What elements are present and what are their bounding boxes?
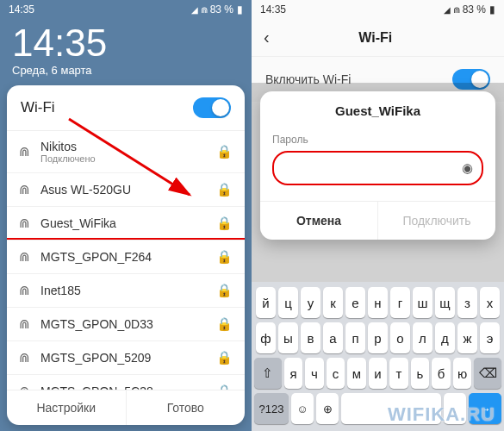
network-row[interactable]: ⋒Guest_WiFika🔒 <box>7 207 245 240</box>
password-dialog: Guest_WiFika Пароль ◉ Отмена Подключить <box>260 91 495 240</box>
key[interactable]: б <box>432 358 451 389</box>
wifi-card-title: Wi-Fi <box>21 99 55 116</box>
wifi-card-header: Wi-Fi <box>7 85 245 131</box>
left-phone-screen: 14:35 ◢ ⋒ 83 % ▮ 14:35 Среда, 6 марта Wi… <box>0 0 252 431</box>
done-button[interactable]: Готово <box>126 390 246 425</box>
signal-icon: ◢ <box>191 5 197 15</box>
shift-key[interactable]: ⇧ <box>254 358 282 389</box>
cancel-button[interactable]: Отмена <box>260 202 378 240</box>
key[interactable]: э <box>480 322 500 353</box>
lock-icon: 🔒 <box>216 316 233 332</box>
key[interactable]: е <box>345 287 365 318</box>
key[interactable]: в <box>301 322 320 353</box>
lock-icon: 🔒 <box>216 216 233 231</box>
key[interactable]: я <box>284 358 303 389</box>
key[interactable]: у <box>301 287 320 318</box>
password-field-wrap: ◉ <box>272 151 483 185</box>
key[interactable]: о <box>390 322 410 353</box>
network-list: ⋒NikitosПодключено🔒⋒Asus WL-520GU🔒⋒Guest… <box>7 131 245 390</box>
wifi-icon: ⋒ <box>19 249 30 265</box>
password-input[interactable] <box>279 156 458 180</box>
password-label: Пароль <box>272 134 483 146</box>
wifi-icon: ⋒ <box>19 283 30 298</box>
wifi-status-icon: ⋒ <box>201 5 207 15</box>
settings-button[interactable]: Настройки <box>7 390 126 425</box>
card-footer: Настройки Готово <box>7 390 245 425</box>
dialog-title: Guest_WiFika <box>272 103 483 118</box>
key[interactable]: п <box>345 322 365 353</box>
clock-date: Среда, 6 марта <box>12 64 240 77</box>
key[interactable]: ы <box>278 322 298 353</box>
status-time: 14:35 <box>9 3 34 16</box>
keyboard-row-3: ⇧ячсмитьбю⌫ <box>254 358 501 389</box>
wifi-icon: ⋒ <box>19 384 30 390</box>
wifi-status-icon: ⋒ <box>453 5 459 15</box>
lock-icon: 🔒 <box>216 182 233 197</box>
lock-icon: 🔒 <box>216 249 233 265</box>
network-row[interactable]: ⋒Asus WL-520GU🔒 <box>7 173 245 207</box>
key[interactable]: г <box>390 287 410 318</box>
key[interactable]: й <box>256 287 276 318</box>
page-title: Wi-Fi <box>277 30 475 46</box>
network-name: MGTS_GPON_0D33 <box>40 317 206 331</box>
key[interactable]: х <box>480 287 500 318</box>
clock-time: 14:35 <box>12 24 240 62</box>
status-time: 14:35 <box>260 3 286 16</box>
network-row[interactable]: ⋒MGTS_GPON_5209🔒 <box>7 341 245 375</box>
key[interactable]: ф <box>256 322 276 353</box>
lock-clock: 14:35 Среда, 6 марта <box>0 19 252 85</box>
battery-text: 83 % <box>210 3 233 16</box>
key[interactable]: ш <box>413 287 432 318</box>
network-row[interactable]: ⋒NikitosПодключено🔒 <box>7 131 245 173</box>
key[interactable]: р <box>368 322 388 353</box>
key[interactable]: а <box>323 322 343 353</box>
visibility-toggle-icon[interactable]: ◉ <box>458 160 476 176</box>
right-phone-screen: 14:35 ◢ ⋒ 83 % ▮ ‹ Wi-Fi Включить Wi-Fi … <box>252 0 504 431</box>
key[interactable]: н <box>368 287 388 318</box>
network-row[interactable]: ⋒MGTS_GPON_F264🔒 <box>7 240 245 274</box>
status-bar: 14:35 ◢ ⋒ 83 % ▮ <box>0 0 252 19</box>
wifi-icon: ⋒ <box>19 350 30 365</box>
language-key[interactable]: ⊕ <box>316 393 339 424</box>
dialog-buttons: Отмена Подключить <box>260 201 495 240</box>
key[interactable]: д <box>435 322 455 353</box>
key[interactable]: к <box>323 287 343 318</box>
network-name: Asus WL-520GU <box>40 183 206 197</box>
connect-button[interactable]: Подключить <box>378 202 495 240</box>
wifi-icon: ⋒ <box>19 316 30 332</box>
numeric-key[interactable]: ?123 <box>254 393 289 424</box>
back-icon[interactable]: ‹ <box>264 28 270 47</box>
battery-icon: ▮ <box>237 3 243 16</box>
wifi-icon: ⋒ <box>19 182 30 197</box>
key[interactable]: ж <box>457 322 477 353</box>
network-name: Guest_WiFika <box>40 216 206 230</box>
network-name: MGTS_GPON_5209 <box>40 351 206 365</box>
key[interactable]: л <box>413 322 432 353</box>
wifi-toggle[interactable] <box>193 97 231 118</box>
wifi-panel-card: Wi-Fi ⋒NikitosПодключено🔒⋒Asus WL-520GU🔒… <box>7 85 245 425</box>
key[interactable]: м <box>347 358 366 389</box>
wifi-icon: ⋒ <box>19 144 30 159</box>
key[interactable]: ч <box>305 358 324 389</box>
network-row[interactable]: ⋒Inet185🔒 <box>7 274 245 308</box>
key[interactable]: з <box>457 287 477 318</box>
battery-icon: ▮ <box>489 3 495 16</box>
key[interactable]: ь <box>411 358 430 389</box>
key[interactable]: с <box>327 358 345 389</box>
settings-header: ‹ Wi-Fi <box>252 19 504 57</box>
keyboard-row-2: фывапролджэ <box>254 322 501 353</box>
lock-icon: 🔒 <box>216 144 233 159</box>
network-name: MGTS_GPON_F264 <box>40 250 206 264</box>
network-row[interactable]: ⋒MGTS_GPON_5C38🔒 <box>7 375 245 390</box>
status-icons: ◢ ⋒ 83 % ▮ <box>444 3 495 16</box>
watermark: WIFIKA.RU <box>388 403 495 426</box>
key[interactable]: ю <box>453 358 472 389</box>
key[interactable]: т <box>389 358 408 389</box>
backspace-key[interactable]: ⌫ <box>474 358 501 389</box>
key[interactable]: и <box>369 358 388 389</box>
key[interactable]: щ <box>435 287 455 318</box>
emoji-key[interactable]: ☺ <box>291 393 314 424</box>
network-row[interactable]: ⋒MGTS_GPON_0D33🔒 <box>7 308 245 341</box>
status-icons: ◢ ⋒ 83 % ▮ <box>191 3 243 16</box>
key[interactable]: ц <box>278 287 298 318</box>
